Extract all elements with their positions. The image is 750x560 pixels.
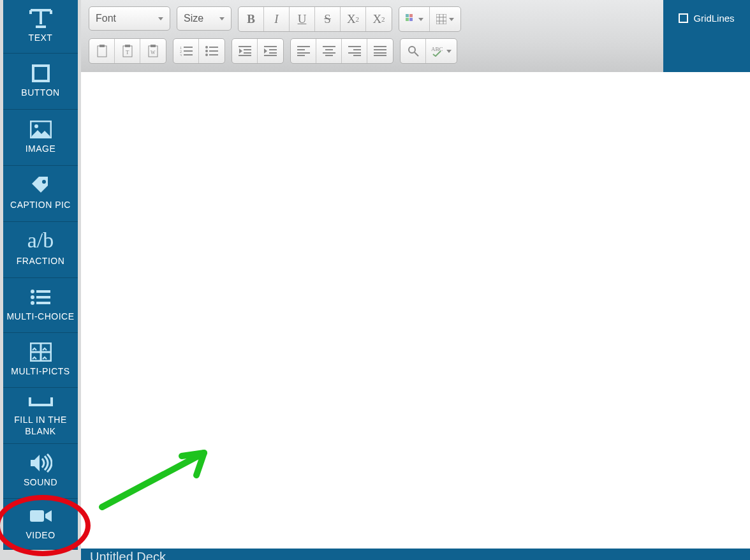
color-picker-button[interactable] (399, 7, 430, 31)
svg-rect-44 (244, 49, 251, 50)
svg-rect-60 (353, 49, 361, 50)
align-group (290, 38, 393, 64)
sidebar-item-label: SOUND (21, 476, 60, 494)
align-right-icon (348, 46, 361, 56)
clipboard-word-icon: W (147, 45, 159, 57)
sidebar-item-label: FRACTION (14, 255, 68, 273)
sidebar-item-fraction[interactable]: a/b FRACTION (3, 222, 78, 278)
spellcheck-button[interactable]: ABC (426, 39, 457, 63)
table-button[interactable] (430, 7, 460, 31)
button-icon (31, 57, 51, 83)
svg-line-68 (415, 52, 418, 56)
svg-rect-56 (325, 49, 333, 50)
caret-down-icon (158, 17, 163, 20)
sidebar: TEXT BUTTON IMAGE CAPTION PIC a/b (0, 0, 81, 560)
font-select[interactable]: Font (89, 6, 170, 31)
align-left-button[interactable] (291, 39, 316, 63)
sidebar-item-label: FILL IN THE BLANK (3, 414, 78, 443)
superscript-button[interactable]: X2 (366, 7, 392, 31)
indent-button[interactable] (258, 39, 283, 63)
paste-button[interactable] (89, 39, 115, 63)
sidebar-item-fill-blank[interactable]: FILL IN THE BLANK (3, 388, 78, 444)
svg-rect-34 (184, 50, 193, 52)
image-icon (30, 114, 52, 139)
sidebar-item-multi-choice[interactable]: MULTI-CHOICE (3, 278, 78, 333)
svg-rect-43 (239, 46, 251, 47)
gridlines-toggle[interactable]: GridLines (679, 13, 734, 24)
subscript-button[interactable]: X2 (341, 7, 366, 31)
svg-rect-49 (269, 52, 277, 54)
align-center-button[interactable] (316, 39, 342, 63)
svg-rect-13 (30, 510, 44, 522)
size-select-label: Size (184, 13, 203, 24)
sidebar-item-button[interactable]: BUTTON (3, 54, 78, 110)
sidebar-item-caption-pic[interactable]: CAPTION PIC (3, 166, 78, 222)
tools-group: ABC (400, 38, 457, 64)
svg-rect-61 (348, 52, 361, 54)
outdent-button[interactable] (232, 39, 258, 63)
svg-rect-54 (297, 55, 305, 56)
sidebar-item-sound[interactable]: SOUND (3, 444, 78, 499)
editor-canvas[interactable] (81, 72, 750, 552)
svg-point-37 (205, 46, 208, 48)
right-panel: GridLines (663, 0, 750, 72)
sidebar-item-multi-picts[interactable]: MULTI-PICTS (3, 333, 78, 388)
indent-group (232, 38, 284, 64)
svg-point-8 (31, 301, 34, 305)
svg-rect-62 (353, 55, 361, 56)
unordered-list-icon (205, 46, 218, 56)
svg-rect-24 (99, 45, 105, 47)
spellcheck-icon: ABC (431, 45, 444, 57)
size-select[interactable]: Size (177, 6, 232, 31)
paste-text-button[interactable]: T (115, 39, 140, 63)
svg-rect-64 (374, 49, 386, 50)
unordered-list-button[interactable] (199, 39, 224, 63)
caret-down-icon (219, 17, 224, 20)
svg-rect-46 (239, 55, 251, 56)
bold-button[interactable]: B (239, 7, 264, 31)
strike-button[interactable]: S (315, 7, 341, 31)
clipboard-group: T W (89, 38, 166, 64)
svg-rect-29 (151, 45, 156, 47)
ordered-list-button[interactable]: 1 2 3 (173, 39, 199, 63)
sidebar-item-text[interactable]: TEXT (3, 0, 78, 54)
svg-rect-9 (36, 302, 50, 304)
svg-rect-42 (209, 54, 218, 55)
outdent-icon (239, 46, 251, 56)
svg-text:T: T (126, 49, 129, 55)
color-swatch-icon (406, 14, 416, 24)
svg-rect-48 (269, 49, 277, 50)
find-button[interactable] (401, 39, 426, 63)
text-icon (29, 3, 52, 28)
align-right-button[interactable] (342, 39, 367, 63)
paste-word-button[interactable]: W (140, 39, 166, 63)
italic-button[interactable]: I (264, 7, 290, 31)
table-icon (436, 14, 446, 24)
svg-rect-65 (374, 52, 386, 54)
svg-rect-45 (244, 52, 251, 54)
svg-point-4 (31, 290, 34, 293)
svg-rect-0 (33, 66, 48, 81)
blank-icon (29, 388, 53, 410)
align-justify-icon (374, 46, 386, 56)
text-style-group: B I U S X2 X2 (238, 6, 392, 32)
sidebar-item-image[interactable]: IMAGE (3, 110, 78, 166)
list-group: 1 2 3 (173, 38, 225, 64)
align-center-icon (323, 46, 335, 56)
video-icon (29, 500, 52, 526)
svg-rect-15 (409, 14, 413, 17)
align-justify-button[interactable] (367, 39, 393, 63)
svg-rect-52 (297, 49, 305, 50)
sound-icon (29, 447, 52, 473)
indent-icon (264, 46, 277, 56)
svg-rect-7 (36, 296, 50, 298)
sidebar-item-video[interactable]: VIDEO (3, 499, 78, 550)
svg-rect-38 (209, 47, 218, 48)
rich-text-toolbar: Font Size B I U S X2 X2 (81, 0, 663, 72)
svg-rect-55 (323, 46, 335, 47)
underline-button[interactable]: U (290, 7, 315, 31)
sidebar-item-label: IMAGE (23, 143, 59, 161)
svg-point-67 (409, 47, 415, 53)
svg-rect-16 (406, 18, 409, 21)
svg-point-6 (31, 295, 34, 299)
